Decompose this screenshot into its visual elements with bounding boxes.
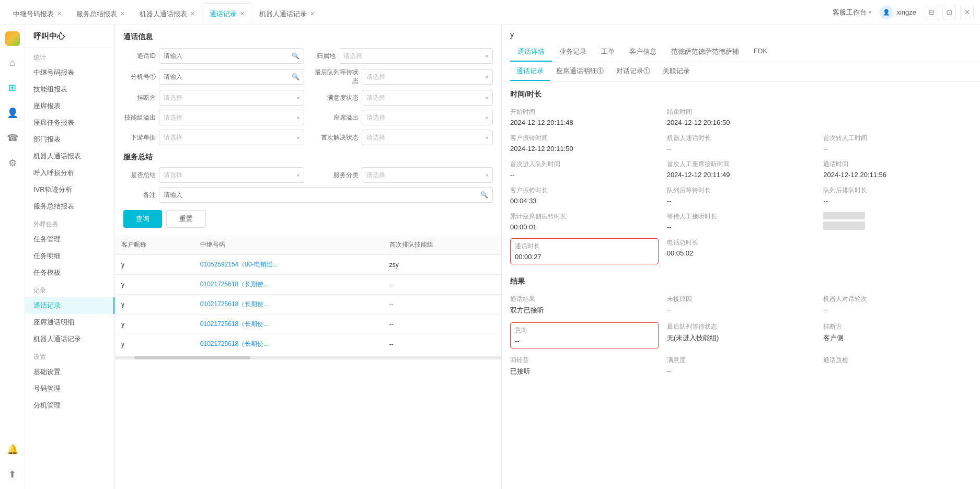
cell-relay: 01021725618（长期使... <box>194 315 383 334</box>
call-id-input[interactable]: 🔍 <box>159 48 304 64</box>
nav-item-service-summary[interactable]: 服务总结报表 <box>25 198 114 215</box>
tab-close-icon[interactable]: ✕ <box>190 10 195 17</box>
home-icon[interactable]: ⌂ <box>4 54 21 71</box>
nav-item-skill[interactable]: 技能组报表 <box>25 81 114 98</box>
tab-item[interactable]: 服务总结报表✕ <box>70 3 132 25</box>
hangup-select[interactable]: 请选择 ▾ <box>159 90 304 106</box>
tab-item[interactable]: 中继号码报表✕ <box>6 3 68 25</box>
sidebar-nav: 呼叫中心 统计 中继号码报表 技能组报表 座席报表 座席任务报表 部门报表 机器… <box>25 25 115 489</box>
detail-tab[interactable]: 工单 <box>594 43 622 62</box>
tab-close-icon[interactable]: ✕ <box>57 10 62 17</box>
nav-item-task-template[interactable]: 任务模板 <box>25 264 114 281</box>
table-row[interactable]: y 01021725618（长期使... -- <box>115 275 501 295</box>
remark-label: 备注 <box>123 191 156 200</box>
robot-turns-field: 机器人对话轮次 -- <box>823 295 972 315</box>
restore-icon[interactable]: ⊡ <box>942 6 956 19</box>
query-button[interactable]: 查询 <box>123 210 162 228</box>
call-duration-label: 通话时长 <box>515 242 654 251</box>
downstream-label: 下游单据 <box>123 133 156 142</box>
callback-label: 回铃音 <box>510 356 659 365</box>
nav-item-agent[interactable]: 座席报表 <box>25 98 114 114</box>
table-row[interactable]: y 01052592154（00-电销过... zsy <box>115 255 501 275</box>
satisfaction-select[interactable]: 请选择 ▾ <box>362 90 493 106</box>
nav-item-ivr[interactable]: IVR轨迹分析 <box>25 181 114 198</box>
bell-icon[interactable]: 🔔 <box>4 441 21 458</box>
sub-tab[interactable]: 通话记录 <box>510 62 550 81</box>
settings-icon[interactable]: ⚙ <box>4 155 21 171</box>
contacts-icon[interactable]: 👤 <box>4 104 21 121</box>
table-container: 客户昵称 中继号码 首次排队技能组 y 01052592154（00-电销过..… <box>115 235 501 489</box>
phone-icon[interactable]: ☎ <box>4 130 21 146</box>
close-icon[interactable]: ✕ <box>960 6 974 19</box>
first-transfer-field: 首次转人工时间 -- <box>823 134 972 153</box>
hangup-placeholder: 请选择 <box>164 94 182 102</box>
detail-tab[interactable]: 业务记录 <box>552 43 594 62</box>
remark-input[interactable]: 🔍 <box>159 187 493 203</box>
summary-select[interactable]: 请选择 ▾ <box>159 167 304 183</box>
nav-item-task-mgmt[interactable]: 任务管理 <box>25 231 114 248</box>
detail-tab[interactable]: FDK <box>746 43 775 62</box>
cell-customer: y <box>115 275 194 295</box>
reset-button[interactable]: 重置 <box>166 210 206 228</box>
detail-tab[interactable]: 范德萨范德萨范德萨辅 <box>664 43 746 62</box>
time-section: 时间/时长 开始时间 2024-12-12 20:11:48 结束时间 2024… <box>510 90 972 264</box>
extension-input[interactable]: 🔍 <box>159 69 304 85</box>
last-queue-select[interactable]: 请选择 ▾ <box>362 69 493 85</box>
tab-label: 机器人通话记录 <box>259 9 307 19</box>
main-tab-list: 通话详情业务记录工单客户信息范德萨范德萨范德萨辅FDK <box>510 43 972 62</box>
nav-item-call-records[interactable]: 通话记录 <box>25 297 114 314</box>
call-duration-highlighted: 通话时长 00:00:27 <box>510 238 659 264</box>
section-title-settings: 设置 <box>25 347 114 364</box>
tab-close-icon[interactable]: ✕ <box>240 10 245 17</box>
callback-field: 回铃音 已接听 <box>510 356 659 376</box>
tab-item[interactable]: 机器人通话记录✕ <box>252 3 321 25</box>
tab-label: 通话记录 <box>210 9 237 19</box>
skill-group-select[interactable]: 请选择 ▾ <box>159 110 304 125</box>
workspace-selector[interactable]: 客服工作台 ▾ <box>833 8 871 17</box>
downstream-select[interactable]: 请选择 ▾ <box>159 130 304 145</box>
nav-item-basic-settings[interactable]: 基础设置 <box>25 364 114 380</box>
tab-close-icon[interactable]: ✕ <box>120 10 125 17</box>
nav-item-relay[interactable]: 中继号码报表 <box>25 64 114 81</box>
call-id-field[interactable] <box>164 52 292 60</box>
attribution-select[interactable]: 请选择 ▾ <box>339 48 493 64</box>
upload-icon[interactable]: ⬆ <box>4 466 21 483</box>
tab-item[interactable]: 通话记录✕ <box>203 3 251 25</box>
nav-item-dept[interactable]: 部门报表 <box>25 131 114 148</box>
time-section-title: 时间/时长 <box>510 90 972 99</box>
agent-overflow-select[interactable]: 请选择 ▾ <box>362 110 493 125</box>
table-row[interactable]: y 01021725618（长期使... -- <box>115 334 501 354</box>
sub-tab[interactable]: 关联记录 <box>656 62 696 81</box>
minimize-icon[interactable]: ⊟ <box>925 6 938 19</box>
table-row[interactable]: y 01021725618（长期使... -- <box>115 295 501 315</box>
nav-item-agent-detail[interactable]: 座席通话明细 <box>25 314 114 331</box>
nav-item-robot-records[interactable]: 机器人通话记录 <box>25 331 114 347</box>
sub-tab[interactable]: 对话记录① <box>610 62 656 81</box>
call-duration-col-value: 2024-12-12 20:11:56 <box>823 171 972 179</box>
tab-item[interactable]: 机器人通话报表✕ <box>133 3 202 25</box>
extension-field[interactable] <box>164 73 292 80</box>
cell-customer: y <box>115 315 194 334</box>
last-queue-placeholder: 请选择 <box>366 73 385 82</box>
sub-tab[interactable]: 座席通话明细① <box>550 62 610 81</box>
nav-item-task-detail[interactable]: 任务明细 <box>25 248 114 264</box>
result-section: 结果 通话结果 双方已接听 未接原因 -- <box>510 277 972 376</box>
downstream-chevron: ▾ <box>297 135 299 141</box>
nav-item-inbound[interactable]: 呼入呼损分析 <box>25 165 114 181</box>
table-row[interactable]: y 01021725618（长期使... -- <box>115 315 501 334</box>
nav-item-number-mgmt[interactable]: 号码管理 <box>25 380 114 397</box>
remark-field[interactable] <box>164 191 480 199</box>
detail-tab[interactable]: 客户信息 <box>622 43 664 62</box>
apps-icon[interactable]: ⊞ <box>4 79 21 96</box>
category-select[interactable]: 请选择 ▾ <box>362 167 493 183</box>
form-section-title: 通话信息 <box>123 32 493 42</box>
detail-tab[interactable]: 通话详情 <box>510 43 552 62</box>
cell-skill: -- <box>383 334 501 354</box>
nav-item-agent-task[interactable]: 座席任务报表 <box>25 114 114 131</box>
nav-item-robot-call[interactable]: 机器人通话报表 <box>25 148 114 165</box>
total-duration-label: 电话总时长 <box>667 238 815 247</box>
tab-close-icon[interactable]: ✕ <box>310 10 315 17</box>
nav-item-ext-mgmt[interactable]: 分机管理 <box>25 397 114 414</box>
first-resolve-select[interactable]: 请选择 ▾ <box>362 130 493 145</box>
user-section[interactable]: 👤 xingze <box>880 6 916 19</box>
